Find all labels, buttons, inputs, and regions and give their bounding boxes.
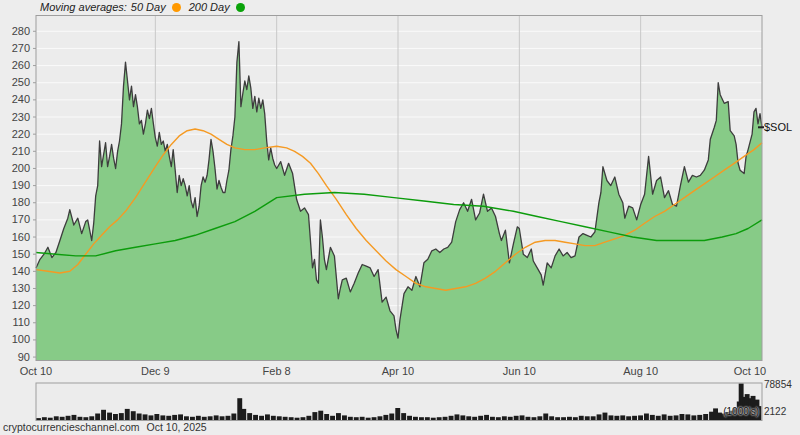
svg-text:190: 190	[12, 179, 30, 191]
svg-text:230: 230	[12, 111, 30, 123]
svg-text:240: 240	[12, 93, 30, 105]
svg-text:160: 160	[12, 231, 30, 243]
svg-text:130: 130	[12, 282, 30, 294]
price-volume-chart: 2802702602502402302202102001901801701601…	[0, 0, 800, 435]
svg-text:Oct 10: Oct 10	[734, 365, 766, 377]
volume-max-label: 78854	[764, 379, 792, 390]
watermark: cryptocurrencieschannel.comOct 10, 2025	[3, 421, 207, 433]
symbol-label: $SOL	[764, 121, 792, 133]
svg-text:Apr 10: Apr 10	[382, 365, 414, 377]
svg-text:210: 210	[12, 145, 30, 157]
svg-text:270: 270	[12, 42, 30, 54]
chart-page: 2802702602502402302202102001901801701601…	[0, 0, 800, 435]
legend-ma200-label: 200 Day	[189, 1, 230, 13]
svg-text:100: 100	[12, 333, 30, 345]
svg-text:140: 140	[12, 265, 30, 277]
legend-ma50-label: 50 Day	[131, 1, 166, 13]
volume-units-label: (1000's)	[703, 406, 759, 417]
watermark-date: Oct 10, 2025	[147, 421, 207, 433]
svg-text:250: 250	[12, 76, 30, 88]
svg-text:Feb 8: Feb 8	[263, 365, 291, 377]
ma50-dot-icon	[172, 3, 181, 12]
watermark-site: cryptocurrencieschannel.com	[3, 421, 140, 433]
volume-min-label: 2122	[764, 406, 786, 417]
svg-text:90: 90	[18, 351, 30, 363]
ma200-dot-icon	[236, 3, 245, 12]
svg-text:Dec 9: Dec 9	[141, 365, 170, 377]
legend-title: Moving averages:	[40, 1, 127, 13]
ma-legend: Moving averages: 50 Day 200 Day	[40, 1, 253, 13]
svg-text:170: 170	[12, 213, 30, 225]
svg-text:Aug 10: Aug 10	[623, 365, 658, 377]
svg-text:220: 220	[12, 128, 30, 140]
svg-text:150: 150	[12, 248, 30, 260]
svg-text:200: 200	[12, 162, 30, 174]
svg-text:280: 280	[12, 25, 30, 37]
svg-text:Oct 10: Oct 10	[20, 365, 52, 377]
svg-text:110: 110	[12, 316, 30, 328]
svg-text:180: 180	[12, 196, 30, 208]
svg-text:260: 260	[12, 59, 30, 71]
svg-text:Jun 10: Jun 10	[503, 365, 536, 377]
svg-text:120: 120	[12, 299, 30, 311]
